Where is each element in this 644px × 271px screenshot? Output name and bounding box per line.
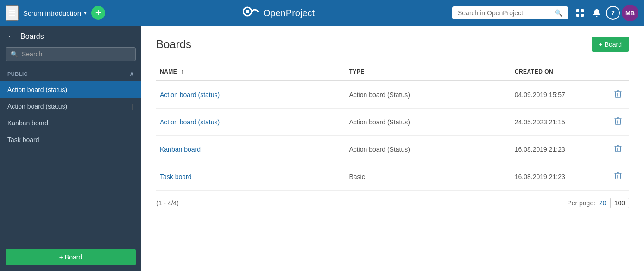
sort-arrow-icon: ↑ bbox=[181, 68, 184, 75]
delete-button-0[interactable] bbox=[611, 88, 625, 102]
section-label: PUBLIC bbox=[7, 71, 28, 77]
project-chevron-icon: ▾ bbox=[84, 10, 87, 16]
add-project-button[interactable]: + bbox=[91, 6, 105, 20]
cell-created-2: 16.08.2019 21:23 bbox=[511, 136, 606, 163]
nav-icon-group: ? MB bbox=[573, 5, 638, 21]
per-page-20[interactable]: 20 bbox=[599, 199, 606, 207]
sidebar-item-action-board-2[interactable]: Action board (status) ‖ bbox=[0, 98, 141, 115]
logo-icon bbox=[243, 6, 259, 20]
cell-created-3: 16.08.2019 21:23 bbox=[511, 163, 606, 191]
board-link-3[interactable]: Task board bbox=[160, 173, 191, 180]
sidebar-item-label: Action board (status) bbox=[7, 103, 67, 110]
delete-button-3[interactable] bbox=[611, 170, 625, 184]
search-icon: 🔍 bbox=[555, 9, 562, 17]
sidebar-back-button[interactable]: ← bbox=[7, 32, 15, 41]
sidebar-item-label: Task board bbox=[7, 136, 39, 143]
global-search-bar[interactable]: 🔍 bbox=[452, 6, 568, 19]
per-page-selector: Per page: 20 100 bbox=[567, 198, 629, 208]
sidebar-search-icon: 🔍 bbox=[11, 51, 18, 58]
cell-action-0 bbox=[606, 81, 629, 109]
pagination-text: (1 - 4/4) bbox=[156, 199, 179, 207]
help-button[interactable]: ? bbox=[606, 6, 620, 20]
delete-button-1[interactable] bbox=[611, 115, 625, 129]
project-name-label: Scrum introduction bbox=[23, 9, 81, 17]
sidebar-header: ← Boards bbox=[0, 26, 141, 47]
board-link-0[interactable]: Action board (status) bbox=[160, 91, 220, 99]
cell-type-0: Action board (Status) bbox=[345, 81, 511, 109]
cell-action-3 bbox=[606, 163, 629, 191]
cell-created-0: 04.09.2019 15:57 bbox=[511, 81, 606, 109]
per-page-label: Per page: bbox=[567, 199, 595, 207]
cell-type-3: Basic bbox=[345, 163, 511, 191]
search-input[interactable] bbox=[458, 9, 551, 17]
board-link-2[interactable]: Kanban board bbox=[160, 146, 201, 153]
hamburger-menu[interactable]: ☰ bbox=[6, 5, 19, 21]
table-row: Action board (status) Action board (Stat… bbox=[156, 109, 629, 136]
user-avatar[interactable]: MB bbox=[622, 5, 638, 21]
content-header: Boards + Board bbox=[156, 37, 629, 52]
project-selector[interactable]: Scrum introduction ▾ bbox=[23, 9, 87, 17]
table-row: Task board Basic 16.08.2019 21:23 bbox=[156, 163, 629, 191]
app-logo: OpenProject bbox=[110, 6, 448, 20]
delete-button-2[interactable] bbox=[611, 142, 625, 156]
table-header: NAME ↑ TYPE CREATED ON bbox=[156, 63, 629, 81]
svg-point-1 bbox=[246, 10, 249, 13]
col-header-created-on: CREATED ON bbox=[511, 63, 606, 81]
top-navigation: ☰ Scrum introduction ▾ + OpenProject 🔍 bbox=[0, 0, 644, 26]
col-header-action bbox=[606, 63, 629, 81]
board-link-1[interactable]: Action board (status) bbox=[160, 118, 220, 126]
grid-apps-button[interactable] bbox=[573, 6, 587, 20]
svg-rect-4 bbox=[576, 14, 579, 17]
sidebar-item-label: Action board (status) bbox=[7, 86, 67, 93]
sidebar-item-task-board[interactable]: Task board bbox=[0, 131, 141, 148]
main-layout: ← Boards 🔍 PUBLIC ∧ Action board (status… bbox=[0, 26, 644, 271]
sidebar-title: Boards bbox=[20, 32, 44, 41]
cell-name-3: Task board bbox=[156, 163, 345, 191]
sidebar: ← Boards 🔍 PUBLIC ∧ Action board (status… bbox=[0, 26, 141, 271]
svg-rect-5 bbox=[581, 14, 584, 17]
cell-action-2 bbox=[606, 136, 629, 163]
cell-name-2: Kanban board bbox=[156, 136, 345, 163]
col-header-name[interactable]: NAME ↑ bbox=[156, 63, 345, 81]
cell-action-1 bbox=[606, 109, 629, 136]
boards-table: NAME ↑ TYPE CREATED ON Action board (sta… bbox=[156, 63, 629, 191]
table-footer: (1 - 4/4) Per page: 20 100 bbox=[156, 198, 629, 208]
sidebar-search-input[interactable] bbox=[22, 50, 131, 58]
drag-handle-icon: ‖ bbox=[131, 103, 134, 110]
sidebar-item-label: Kanban board bbox=[7, 119, 48, 127]
add-board-button[interactable]: + Board bbox=[592, 37, 629, 52]
cell-type-2: Action board (Status) bbox=[345, 136, 511, 163]
table-row: Kanban board Action board (Status) 16.08… bbox=[156, 136, 629, 163]
svg-rect-2 bbox=[576, 9, 579, 12]
table-row: Action board (status) Action board (Stat… bbox=[156, 81, 629, 109]
col-header-type: TYPE bbox=[345, 63, 511, 81]
notifications-button[interactable] bbox=[589, 6, 604, 20]
sidebar-item-action-board-1[interactable]: Action board (status) bbox=[0, 81, 141, 98]
sidebar-section-public: PUBLIC ∧ bbox=[0, 67, 141, 81]
sidebar-search-bar[interactable]: 🔍 bbox=[6, 47, 136, 61]
table-body: Action board (status) Action board (Stat… bbox=[156, 81, 629, 191]
cell-name-0: Action board (status) bbox=[156, 81, 345, 109]
cell-type-1: Action board (Status) bbox=[345, 109, 511, 136]
section-collapse-icon[interactable]: ∧ bbox=[129, 70, 134, 78]
sidebar-add-board-button[interactable]: + Board bbox=[6, 249, 136, 265]
per-page-100[interactable]: 100 bbox=[610, 198, 629, 208]
main-content: Boards + Board NAME ↑ TYPE CREATED ON bbox=[141, 26, 644, 271]
cell-name-1: Action board (status) bbox=[156, 109, 345, 136]
cell-created-1: 24.05.2023 21:15 bbox=[511, 109, 606, 136]
logo-text: OpenProject bbox=[263, 8, 315, 18]
page-title: Boards bbox=[156, 38, 191, 51]
svg-rect-3 bbox=[581, 9, 584, 12]
sidebar-item-kanban-board[interactable]: Kanban board bbox=[0, 115, 141, 131]
